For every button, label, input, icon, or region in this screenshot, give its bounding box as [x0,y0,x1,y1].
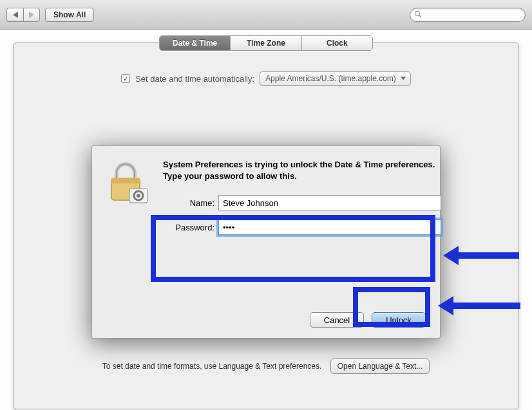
password-label: Password: [163,223,218,232]
name-label: Name: [163,198,218,208]
dialog-buttons: Cancel Unlock [310,312,426,328]
unlock-label: Unlock [386,315,412,325]
credential-fields: Name: Password: [163,195,441,235]
footer: To set date and time formats, use Langua… [14,359,518,374]
cancel-button[interactable]: Cancel [310,312,364,328]
tab-label: Clock [327,39,348,48]
search-field-wrap [410,8,526,22]
open-language-text-button[interactable]: Open Language & Text... [330,359,430,374]
search-input[interactable] [410,8,526,22]
auto-checkbox[interactable]: ✓ [121,74,130,83]
tab-time-zone[interactable]: Time Zone [231,36,301,50]
cancel-label: Cancel [324,315,350,325]
auto-checkbox-label: Set date and time automatically: [135,74,254,84]
tab-clock[interactable]: Clock [302,36,372,50]
svg-marker-1 [29,12,34,18]
lock-icon [105,159,151,205]
svg-point-8 [137,194,140,198]
unlock-button[interactable]: Unlock [372,312,426,328]
forward-button[interactable] [23,8,40,22]
tab-group: Date & Time Time Zone Clock [159,35,373,51]
password-input[interactable] [218,219,441,235]
triangle-right-icon [29,12,34,18]
time-server-value: Apple Americas/U.S. (time.apple.com) [265,74,396,83]
auth-message: System Preferences is trying to unlock t… [163,159,441,182]
tab-label: Date & Time [173,39,217,48]
svg-marker-0 [13,12,18,18]
open-language-text-label: Open Language & Text... [337,362,423,371]
prefs-window: Show All Date & Time Time Zone Clock ✓ S… [0,0,532,410]
tab-label: Time Zone [247,39,285,48]
toolbar: Show All [0,0,532,30]
auth-dialog: System Preferences is trying to unlock t… [91,145,441,339]
tab-date-time[interactable]: Date & Time [160,36,231,50]
nav-button-group [6,8,40,22]
footer-text: To set date and time formats, use Langua… [102,362,322,371]
content-area: Date & Time Time Zone Clock ✓ Set date a… [0,30,532,410]
search-icon [414,10,422,18]
svg-line-3 [419,15,421,17]
show-all-label: Show All [53,10,86,19]
back-button[interactable] [6,8,23,22]
time-server-select[interactable]: Apple Americas/U.S. (time.apple.com) [260,71,411,86]
auto-datetime-row: ✓ Set date and time automatically: Apple… [14,71,518,86]
svg-rect-5 [111,178,140,183]
name-input[interactable] [218,195,441,210]
show-all-button[interactable]: Show All [45,8,94,22]
triangle-left-icon [13,12,18,18]
